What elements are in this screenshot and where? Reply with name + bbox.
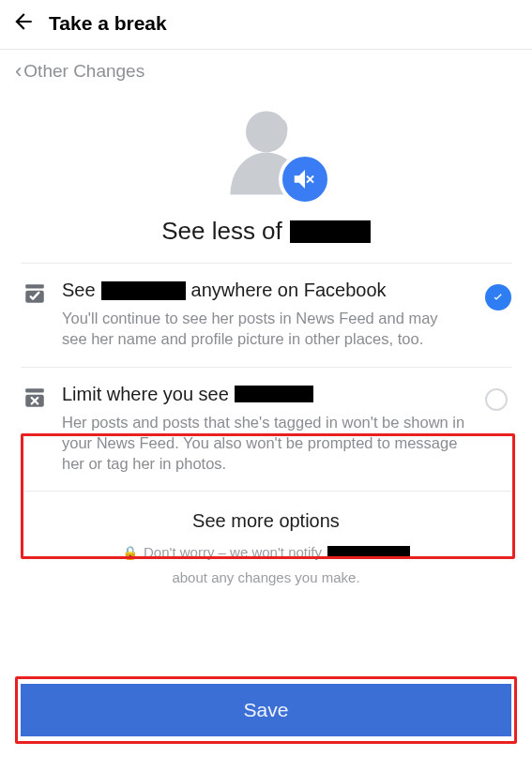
opt2-title-prefix: Limit where you see: [62, 383, 229, 406]
option-see-anywhere[interactable]: See anywhere on Facebook You'll continue…: [21, 264, 511, 367]
feed-x-icon: [23, 386, 51, 414]
redacted-name: [101, 281, 186, 300]
save-button[interactable]: Save: [21, 684, 511, 736]
save-button-container: Save: [21, 684, 511, 736]
see-more-options[interactable]: See more options: [0, 492, 532, 543]
radio-selected[interactable]: [485, 284, 511, 310]
redacted-name: [327, 546, 410, 559]
svg-point-0: [246, 111, 287, 152]
radio-unselected[interactable]: [485, 388, 511, 415]
opt1-desc: You'll continue to see her posts in News…: [62, 308, 466, 350]
opt1-title-prefix: See: [62, 279, 96, 302]
page-title: Take a break: [49, 12, 167, 35]
svg-rect-1: [25, 284, 44, 288]
lock-icon: 🔒: [122, 544, 138, 562]
top-bar: Take a break: [0, 0, 532, 50]
svg-rect-3: [25, 388, 44, 392]
breadcrumb-back[interactable]: ‹ Other Changes: [0, 50, 532, 89]
redacted-name: [290, 220, 371, 243]
mute-icon: [279, 153, 331, 205]
opt1-title-suffix: anywhere on Facebook: [191, 279, 387, 302]
back-arrow-icon[interactable]: [11, 9, 36, 38]
chevron-left-icon: ‹: [15, 61, 22, 82]
feed-check-icon: [23, 281, 51, 310]
footer-note: 🔒 Don't worry – we won't notify about an…: [0, 543, 532, 598]
option-limit-where[interactable]: Limit where you see Her posts and posts …: [21, 368, 511, 492]
redacted-name: [235, 386, 313, 402]
hero-title: See less of: [161, 217, 371, 246]
options-list: See anywhere on Facebook You'll continue…: [0, 263, 532, 492]
hero-section: See less of: [0, 89, 532, 263]
footer-note-suffix: about any changes you make.: [172, 568, 359, 587]
hero-title-prefix: See less of: [161, 217, 282, 246]
avatar: [215, 97, 318, 200]
footer-note-prefix: Don't worry – we won't notify: [144, 543, 322, 562]
opt2-desc: Her posts and posts that she's tagged in…: [62, 412, 466, 475]
breadcrumb-label: Other Changes: [23, 61, 144, 82]
